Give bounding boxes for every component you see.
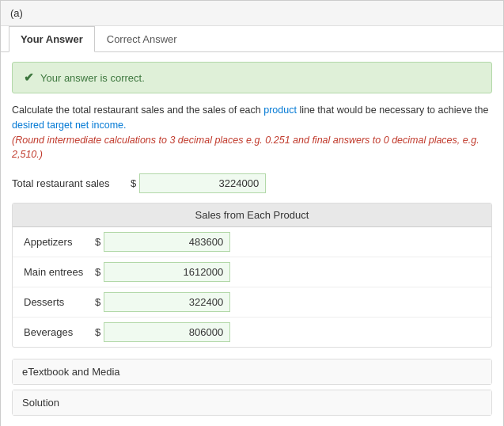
tab-correct-answer[interactable]: Correct Answer	[95, 26, 189, 52]
main-entrees-dollar: $	[95, 266, 100, 278]
beverages-dollar: $	[95, 326, 100, 338]
solution-section: Solution	[12, 390, 492, 416]
beverages-row: Beverages $	[13, 318, 491, 347]
appetizers-input[interactable]	[104, 232, 230, 252]
desserts-input[interactable]	[104, 292, 230, 312]
solution-header[interactable]: Solution	[13, 390, 491, 415]
success-banner: ✔ Your answer is correct.	[12, 62, 492, 93]
total-sales-row: Total restaurant sales $	[12, 173, 492, 193]
product-table-header: Sales from Each Product	[13, 203, 491, 227]
section-label: (a)	[1, 1, 503, 26]
main-content: ✔ Your answer is correct. Calculate the …	[1, 52, 503, 426]
desserts-label: Desserts	[24, 296, 95, 308]
beverages-input[interactable]	[104, 322, 230, 342]
etextbook-header[interactable]: eTextbook and Media	[13, 359, 491, 384]
main-entrees-input[interactable]	[104, 262, 230, 282]
beverages-label: Beverages	[24, 326, 95, 338]
total-sales-input[interactable]	[139, 173, 266, 193]
total-sales-label: Total restaurant sales	[12, 177, 131, 189]
etextbook-section: eTextbook and Media	[12, 359, 492, 385]
appetizers-label: Appetizers	[24, 236, 95, 248]
main-entrees-label: Main entrees	[24, 266, 95, 278]
tab-your-answer[interactable]: Your Answer	[9, 26, 95, 52]
appetizers-dollar: $	[95, 236, 100, 248]
product-table: Sales from Each Product Appetizers $ Mai…	[12, 203, 492, 348]
total-sales-dollar: $	[131, 177, 136, 189]
tab-bar: Your Answer Correct Answer	[1, 26, 503, 52]
main-entrees-row: Main entrees $	[13, 257, 491, 287]
instructions: Calculate the total restaurant sales and…	[12, 103, 492, 162]
check-icon: ✔	[24, 70, 34, 85]
success-message: Your answer is correct.	[40, 72, 145, 84]
desserts-dollar: $	[95, 296, 100, 308]
desserts-row: Desserts $	[13, 287, 491, 318]
appetizers-row: Appetizers $	[13, 227, 491, 257]
